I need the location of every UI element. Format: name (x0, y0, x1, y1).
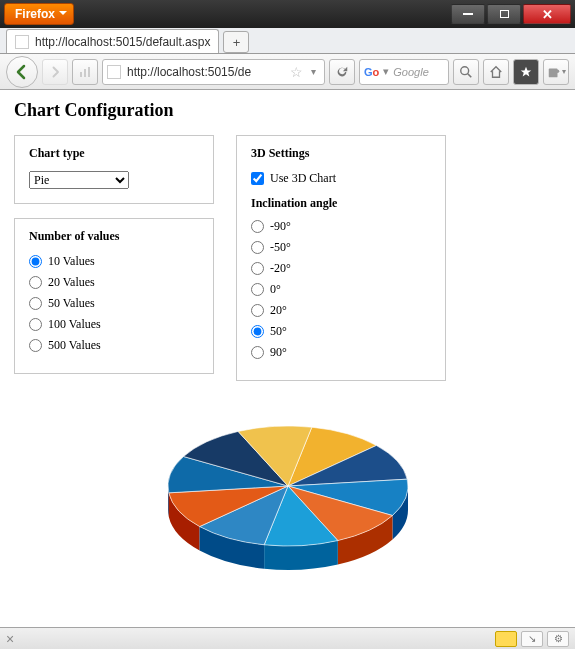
settings-3d-label: 3D Settings (251, 146, 431, 161)
arrow-left-icon (14, 64, 30, 80)
arrow-right-icon (49, 66, 61, 78)
home-button[interactable] (483, 59, 509, 85)
page-icon (107, 65, 121, 79)
forward-button[interactable] (42, 59, 68, 85)
inclination-option-label: 20° (270, 303, 287, 318)
inclination-option-label: -50° (270, 240, 291, 255)
dropdown-icon[interactable]: ▾ (307, 66, 320, 77)
puzzle-icon (547, 65, 561, 79)
firefox-menu-button[interactable]: Firefox (4, 3, 74, 25)
values-option-label: 20 Values (48, 275, 95, 290)
inclination-radio[interactable] (251, 325, 264, 338)
inclination-option-label: -90° (270, 219, 291, 234)
bars-icon (78, 65, 92, 79)
back-button[interactable] (6, 56, 38, 88)
svg-rect-1 (84, 69, 86, 77)
status-icon-1[interactable] (495, 631, 517, 647)
page-title: Chart Configuration (14, 100, 561, 121)
settings-3d-panel: 3D Settings Use 3D Chart Inclination ang… (236, 135, 446, 381)
pie-chart (143, 401, 433, 591)
inclination-radio[interactable] (251, 346, 264, 359)
window-maximize-button[interactable] (487, 4, 521, 24)
values-radio[interactable] (29, 255, 42, 268)
svg-line-4 (468, 73, 472, 77)
search-dropdown-icon[interactable]: ▾ (383, 65, 389, 78)
home-icon (489, 65, 503, 79)
search-icon (459, 65, 473, 79)
values-radio[interactable] (29, 318, 42, 331)
values-option-row[interactable]: 50 Values (29, 296, 199, 311)
inclination-option-row[interactable]: -50° (251, 240, 431, 255)
values-option-row[interactable]: 10 Values (29, 254, 199, 269)
inclination-option-label: 50° (270, 324, 287, 339)
use-3d-checkbox-row[interactable]: Use 3D Chart (251, 171, 431, 186)
number-of-values-panel: Number of values 10 Values20 Values50 Va… (14, 218, 214, 374)
chevron-down-icon: ▾ (562, 67, 566, 76)
svg-rect-0 (80, 72, 82, 77)
values-radio[interactable] (29, 276, 42, 289)
search-placeholder: Google (393, 66, 428, 78)
star-icon (520, 66, 532, 78)
inclination-option-label: 90° (270, 345, 287, 360)
window-close-button[interactable]: ✕ (523, 4, 571, 24)
use-3d-checkbox[interactable] (251, 172, 264, 185)
use-3d-label: Use 3D Chart (270, 171, 336, 186)
bookmarks-button[interactable] (513, 59, 539, 85)
inclination-label: Inclination angle (251, 196, 431, 211)
bookmark-star-icon[interactable]: ☆ (286, 64, 307, 80)
window-titlebar: Firefox ✕ (0, 0, 575, 28)
inclination-radio[interactable] (251, 262, 264, 275)
inclination-option-label: 0° (270, 282, 281, 297)
svg-point-3 (461, 66, 469, 74)
svg-rect-2 (88, 67, 90, 77)
inclination-radio[interactable] (251, 220, 264, 233)
url-bar[interactable]: http://localhost:5015/de ☆ ▾ (102, 59, 325, 85)
chart-type-select[interactable]: Pie (29, 171, 129, 189)
inclination-radio[interactable] (251, 304, 264, 317)
browser-tab[interactable]: http://localhost:5015/default.aspx (6, 29, 219, 53)
tab-title: http://localhost:5015/default.aspx (35, 30, 210, 54)
values-radio[interactable] (29, 297, 42, 310)
values-option-label: 50 Values (48, 296, 95, 311)
window-minimize-button[interactable] (451, 4, 485, 24)
values-radio[interactable] (29, 339, 42, 352)
nav-toolbar: http://localhost:5015/de ☆ ▾ Go ▾ Google… (0, 54, 575, 90)
svg-rect-5 (548, 68, 557, 77)
values-option-row[interactable]: 500 Values (29, 338, 199, 353)
url-text: http://localhost:5015/de (127, 65, 286, 79)
inclination-option-row[interactable]: -90° (251, 219, 431, 234)
google-logo-icon: Go (364, 66, 379, 78)
inclination-option-row[interactable]: 50° (251, 324, 431, 339)
addons-button[interactable]: ▾ (543, 59, 569, 85)
inclination-radio[interactable] (251, 241, 264, 254)
values-option-row[interactable]: 100 Values (29, 317, 199, 332)
chart-type-label: Chart type (29, 146, 199, 161)
status-icon-2[interactable]: ↘ (521, 631, 543, 647)
reload-button[interactable] (329, 59, 355, 85)
search-box[interactable]: Go ▾ Google (359, 59, 449, 85)
values-option-row[interactable]: 20 Values (29, 275, 199, 290)
status-bar: × ↘ ⚙ (0, 627, 575, 649)
reload-icon (335, 65, 349, 79)
chart-type-panel: Chart type Pie (14, 135, 214, 204)
inclination-option-row[interactable]: 90° (251, 345, 431, 360)
status-icon-3[interactable]: ⚙ (547, 631, 569, 647)
values-option-label: 500 Values (48, 338, 101, 353)
inclination-option-row[interactable]: 0° (251, 282, 431, 297)
values-option-label: 10 Values (48, 254, 95, 269)
inclination-option-row[interactable]: 20° (251, 303, 431, 318)
inclination-radio[interactable] (251, 283, 264, 296)
page-viewport: Chart Configuration Chart type Pie Numbe… (0, 90, 575, 627)
search-button[interactable] (453, 59, 479, 85)
inclination-option-row[interactable]: -20° (251, 261, 431, 276)
svg-point-6 (555, 69, 559, 73)
chart-area (14, 401, 561, 591)
values-option-label: 100 Values (48, 317, 101, 332)
tab-strip: http://localhost:5015/default.aspx + (0, 28, 575, 54)
inclination-option-label: -20° (270, 261, 291, 276)
history-button[interactable] (72, 59, 98, 85)
number-of-values-label: Number of values (29, 229, 199, 244)
page-icon (15, 35, 29, 49)
status-close-icon[interactable]: × (6, 631, 14, 647)
new-tab-button[interactable]: + (223, 31, 249, 53)
